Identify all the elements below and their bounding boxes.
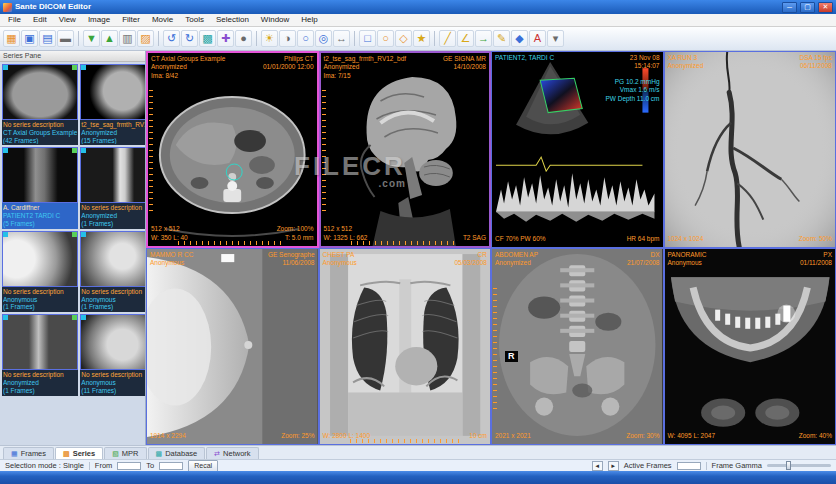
- ruler-icon[interactable]: ╱: [439, 30, 456, 47]
- frame-gamma-slider[interactable]: [767, 464, 831, 467]
- minimize-button[interactable]: ─: [782, 2, 797, 13]
- redo-icon[interactable]: ↻: [181, 30, 198, 47]
- series-thumbnail-chest[interactable]: No series description Anonymous (1 Frame…: [80, 231, 145, 312]
- viewer-cell-chest-xray[interactable]: CHEST PA Anonymous CR 05/03/2008 W: 2800…: [319, 248, 492, 445]
- series-desc: No series description: [3, 371, 77, 379]
- copy-icon[interactable]: ▥: [119, 30, 136, 47]
- tab-network[interactable]: ⇄ Network: [206, 447, 258, 459]
- tab-database[interactable]: ▩ Database: [148, 447, 206, 459]
- series-thumbnail-abdomen-xray[interactable]: No series description Anonymized (1 Fram…: [2, 314, 78, 395]
- magnify-icon[interactable]: ◎: [315, 30, 332, 47]
- dicom-tags-icon[interactable]: ✚: [217, 30, 234, 47]
- series-desc: No series description: [3, 288, 77, 296]
- menu-item-filter[interactable]: Filter: [116, 16, 146, 24]
- series-thumbnail-spine-mri[interactable]: A. Cardiffner PATIENT2 TARDI C (5 Frames…: [2, 147, 78, 228]
- ruler-bottom: [178, 241, 286, 245]
- image-viewer-grid: FILECR .com: [146, 51, 836, 445]
- series-thumbnail-leg-xray[interactable]: No series description Anonymized (1 Fram…: [80, 147, 145, 228]
- menu-item-edit[interactable]: Edit: [27, 16, 53, 24]
- frame-count: (1 Frames): [3, 387, 77, 395]
- frame-gamma-slider-thumb[interactable]: [786, 461, 791, 470]
- viewer-cell-abdomen-xray[interactable]: R ABDOMEN AP Anonymized DX 21/07/2008 20…: [491, 248, 664, 445]
- thumb-marker-icon: [3, 65, 8, 70]
- zoom-icon[interactable]: ○: [297, 30, 314, 47]
- select-ellipse-icon[interactable]: ○: [377, 30, 394, 47]
- prev-frame-button[interactable]: ◄: [592, 461, 603, 471]
- menu-item-selection[interactable]: Selection: [210, 16, 255, 24]
- contrast-icon[interactable]: ◑: [279, 30, 296, 47]
- frame-count: (5 Frames): [3, 220, 77, 228]
- next-frame-button[interactable]: ►: [608, 461, 619, 471]
- print-icon[interactable]: ▬: [57, 30, 74, 47]
- menu-item-help[interactable]: Help: [295, 16, 323, 24]
- thumbnail-label: No series description Anonymous (1 Frame…: [80, 287, 145, 312]
- status-bar: Selection mode : Single From To Recal ◄ …: [0, 459, 836, 471]
- menu-item-tools[interactable]: Tools: [179, 16, 210, 24]
- tab-label: Database: [165, 449, 197, 458]
- series-thumbnail-brain-mri[interactable]: t2_tse_sag_frmth_RV12_bdf Anonymized (15…: [80, 64, 145, 145]
- brightness-icon[interactable]: ☀: [261, 30, 278, 47]
- viewer-cell-ct-abdomen[interactable]: CT Axial Groups Example Anonymized Ima: …: [146, 51, 319, 248]
- save-icon[interactable]: ▣: [21, 30, 38, 47]
- active-frames-input[interactable]: [677, 462, 701, 470]
- series-thumbnail-ct-abdomen[interactable]: No series description CT Axial Groups Ex…: [2, 64, 78, 145]
- bottom-tab-bar: ▦ Frames ▤ Series ▧ MPR ▩ Database ⇄ Net…: [0, 445, 836, 459]
- import-icon[interactable]: ▼: [83, 30, 100, 47]
- export-icon[interactable]: ▲: [101, 30, 118, 47]
- shapes-icon[interactable]: ◆: [511, 30, 528, 47]
- viewer-cell-dental-panoramic[interactable]: PANORAMIC Anonymous PX 01/11/2008 W: 409…: [664, 248, 836, 445]
- arrow-annotation-icon[interactable]: →: [475, 30, 492, 47]
- laterality-marker: R: [504, 350, 519, 363]
- from-input[interactable]: [117, 462, 141, 470]
- paste-icon[interactable]: ▨: [137, 30, 154, 47]
- thumbnail-image: [80, 231, 145, 287]
- ruler-left: [493, 284, 497, 409]
- app-window: Sante DICOM Editor ─ ▢ ✕ File Edit View …: [0, 0, 836, 484]
- angiogram-image: [665, 52, 836, 247]
- database-icon[interactable]: ▩: [199, 30, 216, 47]
- menu-item-window[interactable]: Window: [255, 16, 295, 24]
- anonymize-icon[interactable]: ●: [235, 30, 252, 47]
- save-all-icon[interactable]: ▤: [39, 30, 56, 47]
- close-button[interactable]: ✕: [818, 2, 833, 13]
- undo-icon[interactable]: ↺: [163, 30, 180, 47]
- selection-mode-label: Selection mode : Single: [5, 461, 84, 470]
- app-icon: [3, 3, 12, 12]
- mpr-tab-icon: ▧: [112, 450, 119, 457]
- frame-count: (11 Frames): [81, 387, 145, 395]
- magic-wand-icon[interactable]: ★: [413, 30, 430, 47]
- pencil-icon[interactable]: ✎: [493, 30, 510, 47]
- toolbar-dropdown-icon[interactable]: ▾: [547, 30, 564, 47]
- viewer-cell-brain-mri[interactable]: t2_tse_sag_frmth_RV12_bdf Anonymized Ima…: [319, 51, 492, 248]
- open-folder-icon[interactable]: ▦: [3, 30, 20, 47]
- select-polygon-icon[interactable]: ◇: [395, 30, 412, 47]
- menu-item-file[interactable]: File: [2, 16, 27, 24]
- toolbar-separator: [78, 31, 79, 46]
- series-thumbnail-pelvis-xray[interactable]: No series description Anonymous (11 Fram…: [80, 314, 145, 395]
- menu-item-movie[interactable]: Movie: [146, 16, 179, 24]
- title-bar: Sante DICOM Editor ─ ▢ ✕: [0, 0, 836, 14]
- viewer-cell-ultrasound[interactable]: PATIENT2, TARDI C 23 Nov 08 15:14:07 PG …: [491, 51, 664, 248]
- tab-label: Frames: [21, 449, 46, 458]
- database-tab-icon: ▩: [156, 450, 163, 457]
- angle-icon[interactable]: ∠: [457, 30, 474, 47]
- series-thumbnail-mammo[interactable]: No series description Anonymous (1 Frame…: [2, 231, 78, 312]
- content-area: Series Pane No series description CT Axi…: [0, 51, 836, 445]
- viewer-cell-angiogram[interactable]: XA RUN 3 Anonymized DSA 15 fps 06/11/200…: [664, 51, 836, 248]
- viewer-cell-mammogram[interactable]: MAMMO R CC Anonymous GE Senographe 11/06…: [146, 248, 319, 445]
- pan-icon[interactable]: ↔: [333, 30, 350, 47]
- tab-series[interactable]: ▤ Series: [55, 447, 103, 459]
- select-rect-icon[interactable]: □: [359, 30, 376, 47]
- recal-button[interactable]: Recal: [188, 460, 218, 472]
- thumbnail-label: No series description Anonymous (1 Frame…: [2, 287, 78, 312]
- taskbar-strip: [0, 471, 836, 484]
- ruler-left: [149, 88, 153, 212]
- text-tool-icon[interactable]: A: [529, 30, 546, 47]
- menu-item-image[interactable]: Image: [82, 16, 116, 24]
- maximize-button[interactable]: ▢: [800, 2, 815, 13]
- chest-xray-image: [320, 249, 491, 444]
- menu-item-view[interactable]: View: [53, 16, 82, 24]
- tab-mpr[interactable]: ▧ MPR: [104, 447, 146, 459]
- tab-frames[interactable]: ▦ Frames: [3, 447, 54, 459]
- to-input[interactable]: [159, 462, 183, 470]
